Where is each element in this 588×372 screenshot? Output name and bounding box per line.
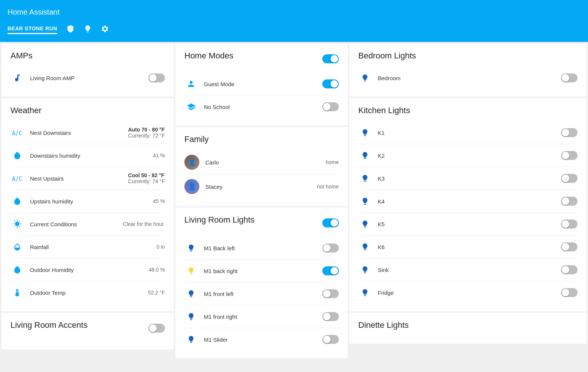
no-school-row: No School bbox=[184, 96, 339, 118]
current-conditions-label: Current Conditions bbox=[30, 221, 123, 227]
kitchen-k2-row: K2 bbox=[358, 144, 578, 167]
svg-text:A/C: A/C bbox=[12, 176, 22, 182]
weather-title: Weather bbox=[10, 106, 165, 115]
kitchen-k1-label: K1 bbox=[378, 130, 561, 136]
living-room-amp-toggle[interactable] bbox=[148, 73, 165, 82]
m1-back-left-toggle[interactable] bbox=[322, 244, 339, 252]
guest-mode-label: Guest Mode bbox=[204, 81, 322, 87]
m1-slider-toggle[interactable] bbox=[322, 335, 339, 344]
app-root: Home Assistant BEAR STONE RUN AMPs bbox=[0, 0, 588, 372]
svg-text:A/C: A/C bbox=[12, 130, 22, 137]
music-icon bbox=[10, 71, 24, 85]
outdoor-humidity-label: Outdoor Humidity bbox=[30, 267, 148, 273]
kitchen-k5-label: K5 bbox=[378, 221, 561, 227]
nest-upstairs-value: Cool 50 - 82 °F Currently: 74 °F bbox=[128, 172, 165, 184]
living-room-accents-toggle[interactable] bbox=[148, 324, 165, 333]
kitchen-bulb-icon-3 bbox=[358, 194, 372, 208]
gear-icon[interactable] bbox=[101, 25, 109, 35]
nest-downstairs-value: Auto 70 - 80 °F Currently: 72 °F bbox=[128, 127, 165, 139]
kitchen-k4-row: K4 bbox=[358, 190, 578, 213]
m1-back-right-row: M1 back right bbox=[184, 260, 339, 282]
m1-front-left-toggle[interactable] bbox=[322, 289, 339, 298]
carlo-name: Carlo bbox=[205, 159, 326, 166]
bedroom-row: Bedroom bbox=[358, 67, 578, 89]
stacey-row: 👤 Stacey not home bbox=[184, 175, 339, 199]
humidity-icon-down bbox=[10, 149, 24, 162]
guest-mode-row: Guest Mode bbox=[184, 73, 339, 96]
kitchen-k1-toggle[interactable] bbox=[561, 128, 578, 137]
col-right: Bedroom Lights Bedroom Kitchen Lights bbox=[349, 43, 587, 371]
outdoor-humidity-value: 48.0 % bbox=[148, 267, 165, 273]
col-mid: Home Modes Guest Mode bbox=[175, 43, 348, 371]
home-modes-title: Home Modes bbox=[184, 51, 233, 61]
kitchen-fridge-toggle[interactable] bbox=[561, 288, 578, 297]
downstairs-humidity-row: Downstairs humidity 41 % bbox=[10, 144, 165, 167]
bedroom-toggle[interactable] bbox=[561, 73, 578, 82]
living-room-lights-panel: Living Room Lights M1 Back left bbox=[175, 208, 348, 358]
kitchen-k2-label: K2 bbox=[378, 152, 561, 159]
outdoor-humidity-icon bbox=[10, 263, 24, 276]
m1-slider-row: M1 Slider bbox=[184, 328, 339, 351]
kitchen-k6-toggle[interactable] bbox=[561, 242, 578, 251]
outdoor-temp-value: 52.2 °F bbox=[148, 290, 165, 296]
kitchen-k4-toggle[interactable] bbox=[561, 197, 578, 206]
sun-icon bbox=[10, 217, 24, 231]
bedroom-bulb-icon bbox=[358, 71, 372, 85]
ac-icon-downstairs: A/C bbox=[10, 126, 24, 139]
downstairs-humidity-value: 41 % bbox=[153, 152, 165, 158]
living-room-lights-master-toggle[interactable] bbox=[322, 218, 339, 227]
home-modes-panel: Home Modes Guest Mode bbox=[175, 43, 348, 125]
kitchen-k6-row: K6 bbox=[358, 236, 578, 258]
guest-mode-toggle[interactable] bbox=[322, 79, 339, 88]
kitchen-lights-title: Kitchen Lights bbox=[358, 106, 578, 115]
kitchen-fridge-label: Fridge bbox=[378, 290, 561, 296]
col-left: AMPs Living Room AMP Weather bbox=[1, 43, 174, 371]
home-modes-master-toggle[interactable] bbox=[322, 54, 339, 63]
nest-upstairs-row: A/C Nest Upstairs Cool 50 - 82 °F Curren… bbox=[10, 167, 165, 190]
carlo-row: 👤 Carlo home bbox=[184, 150, 339, 175]
lightbulb-icon[interactable] bbox=[84, 25, 92, 35]
m1-front-left-label: M1 front left bbox=[204, 291, 322, 297]
downstairs-humidity-label: Downstairs humidity bbox=[30, 152, 153, 159]
kitchen-sink-row: Sink bbox=[358, 258, 578, 281]
shield-icon[interactable] bbox=[66, 25, 75, 35]
rain-icon bbox=[10, 240, 24, 254]
kitchen-k5-row: K5 bbox=[358, 213, 578, 236]
kitchen-k3-label: K3 bbox=[378, 175, 561, 182]
stacey-status: not home bbox=[317, 184, 339, 190]
stacey-name: Stacey bbox=[205, 184, 317, 190]
kitchen-bulb-icon-5 bbox=[358, 240, 372, 254]
dinette-lights-panel: Dinette Lights bbox=[349, 313, 587, 344]
kitchen-bulb-icon-2 bbox=[358, 172, 372, 185]
kitchen-sink-toggle[interactable] bbox=[561, 265, 578, 274]
living-room-accents-title: Living Room Accents bbox=[10, 320, 87, 330]
m1-slider-label: M1 Slider bbox=[204, 336, 322, 343]
kitchen-bulb-icon-7 bbox=[358, 286, 372, 299]
family-panel: Family 👤 Carlo home 👤 Stacey not home bbox=[175, 127, 348, 206]
school-icon bbox=[184, 100, 198, 114]
bulb-icon-m1-front-right bbox=[184, 310, 198, 323]
kitchen-k5-toggle[interactable] bbox=[561, 220, 578, 229]
kitchen-bulb-icon-4 bbox=[358, 217, 372, 231]
kitchen-bulb-icon-0 bbox=[358, 126, 372, 139]
kitchen-bulb-icon-1 bbox=[358, 149, 372, 162]
nav-home-label[interactable]: BEAR STONE RUN bbox=[7, 25, 57, 34]
app-title: Home Assistant bbox=[7, 4, 581, 16]
no-school-toggle[interactable] bbox=[322, 102, 339, 111]
current-conditions-row: Current Conditions Clear for the hour. bbox=[10, 213, 165, 236]
ac-icon-upstairs: A/C bbox=[10, 172, 24, 185]
living-room-amp-label: Living Room AMP bbox=[30, 75, 148, 81]
living-room-amp-row: Living Room AMP bbox=[10, 67, 165, 89]
m1-front-right-toggle[interactable] bbox=[322, 312, 339, 321]
kitchen-k3-toggle[interactable] bbox=[561, 174, 578, 183]
m1-back-right-toggle[interactable] bbox=[322, 266, 339, 275]
kitchen-fridge-row: Fridge bbox=[358, 281, 578, 304]
outdoor-temp-label: Outdoor Temp bbox=[30, 290, 148, 296]
upstairs-humidity-row: Upstairs humidity 45 % bbox=[10, 190, 165, 213]
thermometer-icon bbox=[10, 286, 24, 299]
kitchen-k2-toggle[interactable] bbox=[561, 151, 578, 160]
nest-downstairs-label: Nest Downstairs bbox=[30, 130, 128, 136]
kitchen-sink-label: Sink bbox=[378, 267, 561, 273]
rainfall-value: 0 in bbox=[156, 244, 165, 250]
bulb-icon-m1-back-left bbox=[184, 241, 198, 255]
